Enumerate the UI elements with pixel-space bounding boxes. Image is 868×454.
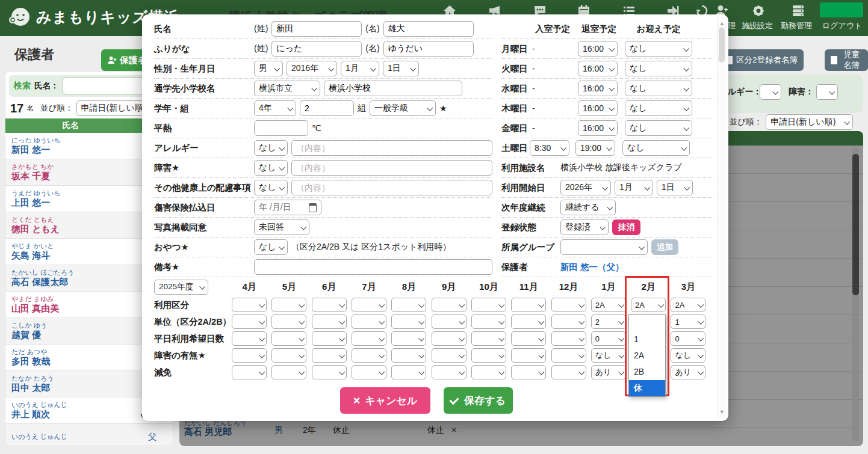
month-value-select[interactable]: [271, 298, 306, 312]
exit-time-select[interactable]: 16:00: [578, 81, 618, 96]
month-value-select[interactable]: [271, 331, 306, 346]
month-value-select[interactable]: あり: [671, 365, 705, 379]
month-value-select[interactable]: [271, 348, 306, 363]
snack-select[interactable]: なし: [254, 239, 288, 255]
month-value-select[interactable]: [312, 348, 347, 363]
list-item[interactable]: いのうえ じゅんじ父: [5, 424, 173, 446]
month-value-select[interactable]: [312, 365, 347, 379]
photo-consent-select[interactable]: 未回答: [254, 219, 309, 235]
start-day-select[interactable]: 1日: [657, 180, 693, 195]
grade-select[interactable]: 4年: [254, 100, 296, 116]
month-value-select[interactable]: [432, 314, 467, 329]
month-value-select[interactable]: [511, 314, 546, 329]
month-value-select[interactable]: 0: [591, 331, 626, 346]
month-value-select[interactable]: [511, 348, 546, 363]
birth-year-select[interactable]: 2016年: [287, 61, 337, 76]
month-value-select[interactable]: [312, 298, 347, 312]
class-type-select[interactable]: 一般学級: [370, 100, 436, 116]
month-value-select[interactable]: [232, 348, 267, 363]
month-value-select[interactable]: [352, 365, 386, 379]
dialog-scrollbar[interactable]: ▲ ▼: [717, 17, 727, 419]
start-year-select[interactable]: 2026年: [560, 180, 611, 195]
month-value-select[interactable]: [271, 314, 306, 329]
last-name-input[interactable]: [271, 21, 362, 37]
month-value-select[interactable]: 2A: [591, 298, 626, 312]
month-value-select[interactable]: [432, 331, 467, 346]
month-value-select[interactable]: [471, 314, 506, 329]
class-number-input[interactable]: [300, 100, 354, 116]
month-value-select[interactable]: 1: [671, 314, 705, 329]
logout-label[interactable]: ログアウト: [822, 20, 863, 31]
disability-filter-select[interactable]: [816, 84, 838, 100]
month-value-select[interactable]: [391, 348, 426, 363]
month-value-select[interactable]: なし: [591, 348, 626, 363]
scrollbar-thumb[interactable]: [719, 28, 725, 63]
erase-button[interactable]: 抹消: [612, 219, 640, 235]
month-value-select[interactable]: [312, 331, 347, 346]
guardian-name-input[interactable]: [63, 78, 155, 94]
month-value-select[interactable]: [551, 331, 586, 346]
year-select[interactable]: 2025年度: [154, 280, 208, 295]
month-value-select[interactable]: [511, 365, 546, 379]
disability-detail-input[interactable]: [291, 160, 492, 176]
scrollbar-down-icon[interactable]: ▼: [718, 409, 727, 415]
gear-icon[interactable]: [751, 4, 766, 18]
division2-roster-button[interactable]: 区分2登録者名簿: [720, 49, 804, 71]
continue-select[interactable]: 継続する: [560, 200, 616, 215]
month-value-select[interactable]: [471, 298, 506, 312]
guardian-link[interactable]: 新田 悠一（父）: [560, 262, 624, 273]
month-value-select[interactable]: [551, 298, 586, 312]
month-value-select[interactable]: [391, 314, 426, 329]
insurance-date-input[interactable]: 年 /月/日: [254, 200, 321, 215]
month-value-select[interactable]: あり: [591, 365, 626, 379]
disability-select[interactable]: なし: [254, 160, 288, 176]
month-value-select[interactable]: 2: [591, 314, 626, 329]
nav-settings-label[interactable]: 施設設定: [742, 20, 773, 31]
exit-time-select[interactable]: 19:00: [575, 140, 615, 156]
add-group-button[interactable]: 追加: [651, 239, 678, 255]
cancel-button[interactable]: × キャンセル: [340, 387, 430, 414]
month-value-select[interactable]: [352, 348, 386, 363]
exit-time-select[interactable]: 16:00: [578, 61, 618, 76]
month-value-select[interactable]: 0: [671, 331, 705, 346]
month-value-select[interactable]: [511, 331, 546, 346]
month-value-select[interactable]: [232, 365, 267, 379]
month-value-select[interactable]: [432, 298, 467, 312]
pickup-select[interactable]: なし: [625, 81, 692, 96]
pickup-select[interactable]: なし: [625, 120, 692, 136]
exit-time-select[interactable]: 16:00: [578, 100, 618, 116]
month-value-select[interactable]: [551, 314, 586, 329]
dropdown-option[interactable]: [629, 315, 665, 331]
month-value-select[interactable]: [471, 348, 506, 363]
month-value-select[interactable]: [352, 298, 386, 312]
month-value-select[interactable]: [232, 331, 267, 346]
health-detail-input[interactable]: [291, 180, 492, 195]
month-value-select[interactable]: [352, 314, 386, 329]
group-select[interactable]: [560, 239, 648, 255]
month-value-select[interactable]: 2A: [631, 298, 666, 312]
server-icon[interactable]: [791, 4, 805, 18]
pickup-select[interactable]: なし: [622, 140, 690, 156]
first-name-input[interactable]: [383, 21, 474, 37]
dropdown-option[interactable]: 休: [629, 380, 665, 396]
allergy-select[interactable]: なし: [254, 140, 288, 156]
allergy-filter-select[interactable]: [760, 84, 781, 100]
logout-button[interactable]: [820, 2, 863, 17]
start-month-select[interactable]: 1月: [615, 180, 653, 195]
exit-time-select[interactable]: 16:00: [578, 120, 618, 136]
month-value-select[interactable]: [312, 314, 347, 329]
month-value-select[interactable]: [391, 331, 426, 346]
temperature-input[interactable]: [254, 120, 308, 136]
pickup-select[interactable]: なし: [625, 100, 692, 116]
dropdown-option[interactable]: 1: [629, 331, 665, 348]
dropdown-option[interactable]: 2B: [629, 364, 665, 380]
month-value-select[interactable]: [471, 331, 506, 346]
save-button[interactable]: 保存する: [444, 387, 513, 414]
health-note-select[interactable]: なし: [254, 180, 288, 195]
birth-month-select[interactable]: 1月: [341, 61, 379, 76]
month-value-select[interactable]: 2A: [671, 298, 705, 312]
school-city-select[interactable]: 横浜市立: [254, 81, 320, 96]
first-kana-input[interactable]: [383, 41, 474, 57]
exit-time-select[interactable]: 16:00: [578, 41, 618, 57]
month-value-select[interactable]: [232, 298, 267, 312]
